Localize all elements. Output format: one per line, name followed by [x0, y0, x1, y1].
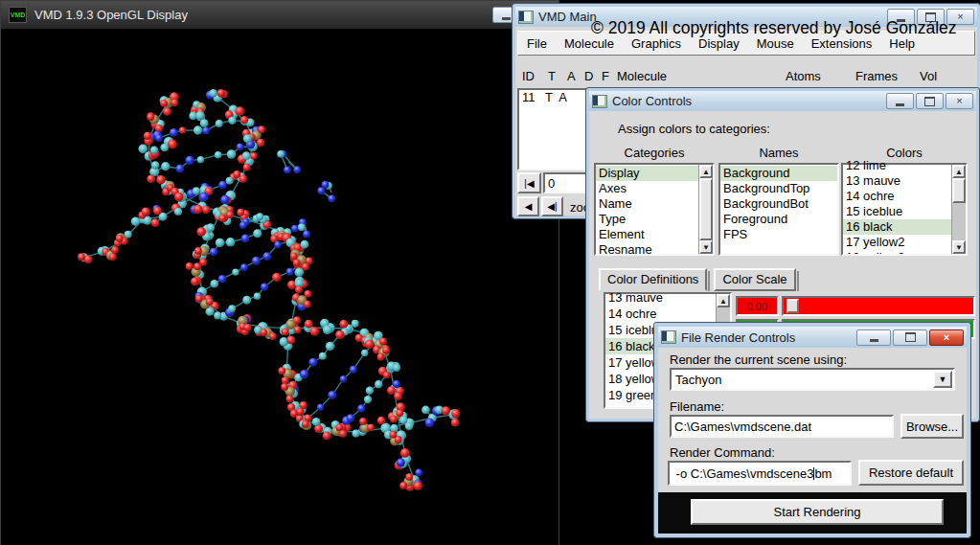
categories-label: Categories	[594, 146, 715, 160]
scroll-up-icon[interactable]: ▲	[699, 165, 713, 178]
definition-item[interactable]: 13 mauve	[605, 289, 716, 306]
col-molecule: Molecule	[617, 69, 667, 83]
scroll-up-icon[interactable]: ▲	[717, 294, 730, 307]
maximize-icon	[925, 12, 936, 22]
color-item[interactable]: 14 ochre	[843, 189, 951, 204]
vmd-logo-icon: VMD	[9, 7, 27, 23]
color-controls-title: Color Controls	[612, 94, 692, 108]
category-item[interactable]: Display	[596, 166, 698, 181]
opengl-viewport[interactable]	[1, 29, 558, 545]
scroll-up-icon[interactable]: ▲	[952, 165, 966, 178]
tab-color-scale[interactable]: Color Scale	[714, 268, 795, 291]
render-command-label: Render Command:	[670, 445, 775, 460]
names-listbox[interactable]: Background BackgroundTop BackgroundBot F…	[718, 163, 839, 256]
minimize-icon	[897, 19, 905, 22]
renderer-value: Tachyon	[672, 373, 933, 387]
renderer-combobox[interactable]: Tachyon ▼	[670, 368, 955, 391]
play-backward-button[interactable]: ◀	[517, 196, 539, 216]
jump-to-begin-button[interactable]: |◀	[517, 172, 541, 193]
vmd-main-titlebar[interactable]: VMD Main ×	[515, 7, 977, 27]
category-item[interactable]: Element	[596, 227, 698, 242]
render-footer: Start Rendering	[658, 492, 967, 534]
category-item[interactable]: Type	[596, 212, 698, 227]
category-item[interactable]: Resname	[596, 242, 698, 254]
names-label: Names	[718, 146, 839, 160]
filename-label: Filename:	[670, 399, 724, 414]
category-item[interactable]: Name	[596, 196, 698, 212]
vmd-main-close-button[interactable]: ×	[946, 9, 974, 25]
file-render-close-button[interactable]: ×	[929, 329, 964, 346]
start-rendering-button[interactable]: Start Rendering	[691, 499, 944, 525]
menu-file[interactable]: File	[518, 34, 556, 54]
color-controls-close-button[interactable]: ×	[946, 93, 973, 109]
maximize-icon	[905, 332, 916, 342]
window-icon	[592, 95, 607, 108]
name-item[interactable]: BackgroundTop	[720, 181, 837, 196]
file-render-titlebar[interactable]: File Render Controls ×	[658, 327, 967, 348]
step-backward-button[interactable]: ◀|	[541, 196, 563, 216]
color-controls-titlebar[interactable]: Color Controls ×	[589, 91, 976, 111]
color-item[interactable]: 17 yellow2	[843, 235, 951, 250]
menu-molecule[interactable]: Molecule	[556, 34, 623, 54]
color-item[interactable]: 15 iceblue	[843, 204, 951, 219]
opengl-titlebar[interactable]: VMD VMD 1.9.3 OpenGL Display	[1, 1, 558, 29]
scrollbar-thumb[interactable]	[699, 178, 713, 240]
renderer-label: Render the current scene using:	[670, 352, 847, 367]
col-t: T	[548, 69, 556, 83]
menu-extensions[interactable]: Extensions	[803, 34, 881, 54]
vmd-main-minimize-button[interactable]	[887, 9, 915, 25]
red-value-box: 0.00	[736, 296, 779, 316]
menu-graphics[interactable]: Graphics	[623, 34, 690, 54]
maximize-icon	[924, 97, 935, 106]
file-render-maximize-button[interactable]	[893, 329, 927, 346]
name-item[interactable]: FPS	[720, 227, 837, 242]
command-text-before-caret: -o C:\Games\vmdscene3	[672, 466, 813, 481]
assign-colors-label: Assign colors to categories:	[618, 122, 770, 136]
name-item[interactable]: Foreground	[720, 212, 837, 227]
color-item[interactable]: 12 lime	[843, 158, 951, 173]
desktop: VMD VMD 1.9.3 OpenGL Display VMD Main × …	[0, 0, 980, 545]
filename-input[interactable]	[670, 415, 894, 438]
frame-number-input[interactable]	[543, 172, 587, 193]
color-item[interactable]: 18 yellow3	[843, 250, 951, 254]
colors-scrollbar[interactable]: ▲ ▼	[951, 165, 966, 254]
color-item[interactable]: 13 mauve	[843, 173, 951, 189]
scroll-down-icon[interactable]: ▼	[952, 240, 966, 254]
red-value: 0.00	[747, 301, 767, 312]
colors-listbox[interactable]: 12 lime 13 mauve 14 ochre 15 iceblue 16 …	[841, 163, 968, 256]
col-atoms: Atoms	[786, 69, 821, 83]
molecule-list-header: ID T A D F Molecule Atoms Frames Vol	[515, 69, 977, 84]
categories-listbox[interactable]: Display Axes Name Type Element Resname ▲…	[594, 163, 715, 256]
minimize-icon	[870, 339, 878, 342]
color-item[interactable]: 16 black	[843, 219, 951, 235]
color-controls-minimize-button[interactable]	[886, 93, 914, 109]
menu-mouse[interactable]: Mouse	[748, 34, 803, 54]
col-f: F	[602, 69, 609, 83]
dropdown-arrow-icon[interactable]: ▼	[933, 371, 952, 388]
window-icon	[518, 11, 534, 24]
restore-default-button[interactable]: Restore default	[858, 460, 964, 486]
category-item[interactable]: Axes	[596, 181, 698, 196]
tab-separator	[797, 271, 799, 291]
name-item[interactable]: BackgroundBot	[720, 196, 837, 212]
menu-help[interactable]: Help	[880, 34, 923, 54]
render-command-input[interactable]: -o C:\Games\vmdscene3bm	[668, 461, 852, 486]
browse-button[interactable]: Browse...	[900, 414, 964, 439]
menu-display[interactable]: Display	[690, 34, 748, 54]
definition-item[interactable]: 14 ochre	[605, 306, 716, 322]
vmd-main-menubar: File Molecule Graphics Display Mouse Ext…	[517, 31, 975, 56]
scroll-down-icon[interactable]: ▼	[699, 240, 713, 254]
name-item[interactable]: Background	[720, 166, 837, 181]
col-frames: Frames	[855, 69, 898, 83]
red-slider-handle[interactable]	[786, 299, 799, 313]
file-render-minimize-button[interactable]	[856, 329, 891, 346]
file-render-body: Render the current scene using: Tachyon …	[658, 348, 967, 534]
col-a: A	[567, 69, 576, 83]
color-controls-maximize-button[interactable]	[916, 93, 944, 109]
scrollbar-thumb[interactable]	[952, 178, 966, 203]
minimize-icon	[502, 17, 511, 20]
red-slider[interactable]	[782, 296, 975, 316]
categories-scrollbar[interactable]: ▲ ▼	[698, 165, 713, 254]
vmd-main-maximize-button[interactable]	[917, 9, 945, 25]
dna-molecule-render	[1, 29, 558, 545]
